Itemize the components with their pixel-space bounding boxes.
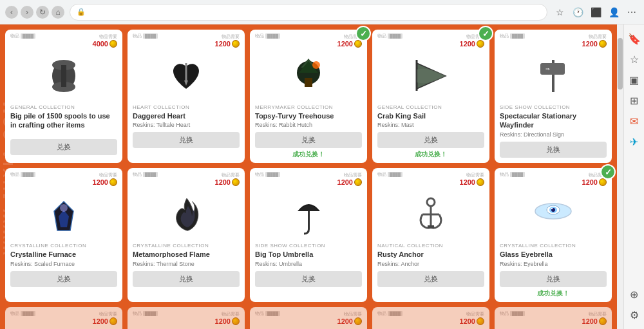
card-title: Big Top Umbrella: [255, 250, 362, 259]
card-image: [250, 50, 367, 102]
card-mini-art: 物品 ████: [10, 311, 35, 316]
card-item-p4: 物品 ████物品需要1200: [372, 307, 489, 329]
redeem-button[interactable]: 兑换: [500, 142, 607, 158]
sidebar-apps-icon[interactable]: ⊞: [625, 91, 643, 109]
redeem-button[interactable]: 兑换: [255, 271, 362, 287]
card-image: [128, 50, 245, 102]
back-button[interactable]: ‹: [5, 6, 18, 19]
card-body: CRYSTALLINE COLLECTIONGlass EyebrellaRes…: [495, 240, 612, 301]
card-mini-art: 物品 ████: [10, 33, 35, 39]
card-mini-art: 物品 ████: [377, 33, 402, 39]
card-spectacular-stationary-wayfinder: 物品 ████物品需要1200⇒SIDE SHOW COLLECTIONSpec…: [495, 30, 612, 163]
card-collection: MERRYMAKER COLLECTION: [255, 104, 362, 110]
redeem-button[interactable]: 兑换: [10, 139, 117, 155]
redeem-button[interactable]: 兑换: [377, 132, 484, 148]
profile-button[interactable]: 👤: [607, 5, 621, 19]
address-bar[interactable]: 🔒: [70, 4, 547, 21]
success-text: 成功兑换！: [255, 150, 362, 159]
sidebar-bookmark-icon[interactable]: 🔖: [625, 30, 643, 48]
card-collection: GENERAL COLLECTION: [377, 104, 484, 110]
card-title: Daggered Heart: [133, 111, 240, 120]
redeem-button[interactable]: 兑换: [133, 132, 240, 148]
card-reskin: Reskins: Directional Sign: [500, 131, 607, 138]
card-collection: SIDE SHOW COLLECTION: [500, 104, 607, 110]
svg-point-24: [551, 208, 553, 209]
card-glass-eyebrella: ✓物品 ████物品需要1200CRYSTALLINE COLLECTIONGl…: [495, 168, 612, 301]
svg-point-14: [60, 204, 68, 212]
sidebar-tab-icon[interactable]: ▣: [625, 71, 643, 89]
card-image: [5, 50, 122, 102]
card-cost: 物品需要1200: [215, 311, 240, 325]
card-collection: CRYSTALLINE COLLECTION: [500, 243, 607, 249]
card-mini-art: 物品 ████: [377, 172, 402, 177]
sidebar-plane-icon[interactable]: ✈: [625, 133, 643, 151]
sidebar-star-icon[interactable]: ☆: [625, 50, 643, 68]
card-header: 物品 ████物品需要1200: [372, 307, 489, 328]
redeem-button[interactable]: 兑换: [500, 271, 607, 287]
card-body: SIDE SHOW COLLECTIONBig Top UmbrellaResk…: [250, 240, 367, 290]
bookmark-star-button[interactable]: ☆: [553, 5, 567, 19]
card-title: Crab King Sail: [377, 111, 484, 120]
card-mini-art: 物品 ████: [377, 311, 402, 316]
redeem-button[interactable]: 兑换: [255, 132, 362, 148]
card-title: Metamorphosed Flame: [133, 250, 240, 259]
card-cost: 物品需要1200: [337, 172, 362, 186]
card-cost: 物品需要1200: [582, 33, 607, 48]
sidebar-mail-icon[interactable]: ✉: [625, 112, 643, 130]
sidebar-settings-icon[interactable]: ⚙: [625, 306, 643, 324]
success-text: 成功兑换！: [377, 150, 484, 159]
card-cost: 物品需要1200: [93, 172, 117, 186]
more-button[interactable]: ⋯: [625, 5, 639, 19]
card-image: [495, 189, 612, 240]
card-header: 物品 ████物品需要1200: [495, 30, 612, 50]
redeem-button[interactable]: 兑换: [133, 271, 240, 287]
card-mini-art: 物品 ████: [10, 172, 35, 177]
card-body: GENERAL COLLECTIONBig pile of 1500 spool…: [5, 102, 122, 159]
card-collection: NAUTICAL COLLECTION: [377, 243, 484, 249]
redeem-button[interactable]: 兑换: [10, 271, 117, 287]
card-header: 物品 ████物品需要1200: [128, 30, 245, 50]
card-mini-art: 物品 ████: [500, 33, 525, 39]
sidebar-add-icon[interactable]: ⊕: [625, 285, 643, 303]
card-collection: SIDE SHOW COLLECTION: [255, 243, 362, 249]
right-sidebar: 🔖 ☆ ▣ ⊞ ✉ ✈ ⊕ ⚙: [623, 24, 644, 329]
forward-button[interactable]: ›: [21, 6, 33, 19]
card-body: CRYSTALLINE COLLECTIONCrystalline Furnac…: [5, 240, 122, 290]
main-content: WWW.JUXIA.COM 物品 ████物品需要4000GENERAL COL…: [0, 24, 617, 329]
home-button[interactable]: ⌂: [52, 6, 64, 19]
card-big-pile-spools: 物品 ████物品需要4000GENERAL COLLECTIONBig pil…: [5, 30, 122, 163]
card-reskin: Reskins: Mast: [377, 122, 484, 128]
card-body: GENERAL COLLECTIONCrab King SailReskins:…: [372, 102, 489, 163]
card-image: [250, 189, 367, 240]
card-reskin: Reskins: Rabbit Hutch: [255, 122, 362, 128]
refresh-button[interactable]: ↻: [36, 6, 49, 19]
grid-row-1: 物品 ████物品需要1200CRYSTALLINE COLLECTIONCry…: [5, 168, 612, 301]
card-header: 物品 ████物品需要1200: [5, 307, 122, 328]
card-body: MERRYMAKER COLLECTIONTopsy-Turvy Treehou…: [250, 102, 367, 163]
card-cost: 物品需要1200: [337, 311, 362, 325]
card-reskin: Reskins: Thermal Stone: [133, 261, 240, 267]
card-reskin: Reskins: Eyebrella: [500, 261, 607, 267]
card-topsy-turvy-treehouse: ✓物品 ████物品需要1200MERRYMAKER COLLECTIONTop…: [250, 30, 367, 163]
card-cost: 物品需要1200: [582, 311, 607, 325]
check-badge: ✓: [355, 26, 371, 41]
card-body: NAUTICAL COLLECTIONRusty AnchorReskins: …: [372, 240, 489, 290]
card-title: Crystalline Furnace: [10, 250, 117, 259]
history-button[interactable]: 🕐: [571, 5, 585, 19]
card-big-top-umbrella: 物品 ████物品需要1200SIDE SHOW COLLECTIONBig T…: [250, 168, 367, 301]
card-image: [372, 189, 489, 240]
extensions-button[interactable]: ⬛: [589, 5, 603, 19]
scrollbar-thumb[interactable]: [618, 38, 623, 89]
scrollbar[interactable]: [617, 24, 623, 329]
card-mini-art: 物品 ████: [255, 33, 280, 39]
card-title: Topsy-Turvy Treehouse: [255, 111, 362, 120]
redeem-button[interactable]: 兑换: [377, 271, 484, 287]
card-cost: 物品需要1200: [215, 33, 240, 48]
card-header: 物品 ████物品需要1200: [250, 168, 367, 189]
card-cost: 物品需要1200: [460, 172, 484, 186]
card-item-p3: 物品 ████物品需要1200: [250, 307, 367, 329]
browser-chrome: ‹ › ↻ ⌂ 🔒 ☆ 🕐 ⬛ 👤 ⋯: [0, 0, 644, 24]
card-reskin: Reskins: Telltale Heart: [133, 122, 240, 128]
svg-text:⇒: ⇒: [545, 66, 550, 72]
grid-row-2: 物品 ████物品需要1200物品 ████物品需要1200物品 ████物品需…: [5, 307, 612, 329]
